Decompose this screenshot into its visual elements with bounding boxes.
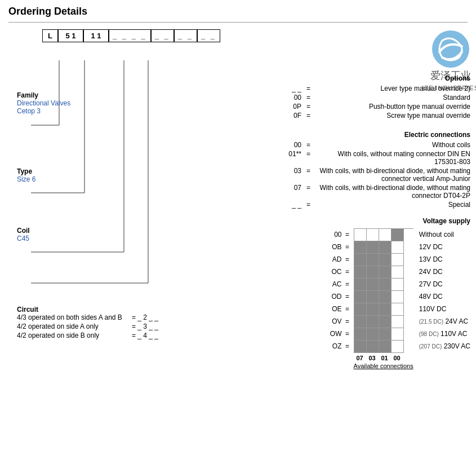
volt-eq-3: = [344,268,351,276]
volt-note-8: (98 DC) [419,331,439,337]
available-connections-label: Available connections [354,363,413,369]
elec-row-4: _ _ = Special [262,201,470,209]
volt-desc-7-val: 24V AC [445,317,468,325]
circuit-row-0: 4/3 operated on both sides A and B = _ 2… [17,313,161,321]
grid-cell-r1-c2 [379,241,392,254]
volt-code-8: OW [324,330,344,338]
volt-desc-1: 12V DC [416,241,470,253]
elec-eq-4: = [304,201,313,209]
volt-row-7: OV = [324,315,351,328]
voltage-section: Voltage supply 00 = OB = AD = [262,217,470,369]
col-label-2: 01 [379,355,391,361]
volt-note-7: (21.5 DC) [419,319,443,325]
grid-cell-r4-c3 [392,279,404,291]
volt-desc-4: 27V DC [416,278,470,290]
grid-cell-r8-c1 [367,328,379,341]
opt-eq-1: = [304,94,313,101]
circuit-desc-1: 4/2 operated on side A only [17,323,130,330]
grid-cell-r3-c0 [354,266,367,279]
volt-code-9: OZ [324,342,344,350]
grid-cell-r2-c3 [392,254,404,266]
volt-eq-7: = [344,317,351,325]
volt-row-3: OC = [324,266,351,278]
grid-cell-r5-c2 [379,291,392,303]
elec-eq-3: = [304,184,313,192]
elec-code-2: 03 [276,167,304,175]
elec-eq-0: = [304,141,313,149]
opt-desc-1: Standard [313,94,470,101]
circuit-eq-0: = _ 2 _ _ [130,313,161,321]
coil-section: Coil C45 [17,227,30,242]
grid-cell-r5-c1 [367,291,379,303]
opt-code-3: 0F [276,112,304,120]
coil-value: C45 [17,235,30,242]
elec-desc-3: With coils, with bi-directional diode, w… [313,184,470,200]
option-row-1: 00 = Standard [262,94,470,101]
volt-code-0: 00 [324,231,344,238]
family-value2: Cetop 3 [17,107,70,115]
type-value: Size 6 [17,175,35,183]
volt-eq-4: = [344,280,351,288]
code-d3: _ _ [174,29,197,42]
volt-desc-9: (207 DC) 230V AC [416,340,470,352]
code-11: 1 1 [83,29,109,42]
volt-desc-9-val: 230V AC [444,342,470,350]
opt-code-0: _ _ [276,85,304,92]
volt-desc-3: 24V DC [416,266,470,278]
opt-code-2: 0P [276,103,304,111]
code-d1: _ _ _ _ [109,29,151,42]
grid-cell-r5-c0 [354,291,367,303]
voltage-desc-col: Without coil 12V DC 13V DC 24V DC 27V DC… [416,228,470,352]
grid-cell-r4-c2 [379,279,392,291]
circuit-section: Circuit 4/3 operated on both sides A and… [17,306,161,341]
volt-code-3: OC [324,268,344,276]
grid-cell-r1-c3 [392,241,404,254]
grid-cell-r1-c1 [367,241,379,254]
elec-row-1: 01** = With coils, without mating connec… [262,150,470,166]
grid-cell-r8-c0 [354,328,367,341]
volt-eq-2: = [344,255,351,263]
grid-cell-r0-c2 [379,229,392,241]
grid-cell-r7-c3 [392,316,404,328]
col-label-3: 00 [391,355,403,361]
grid-cell-r3-c2 [379,266,392,279]
code-d2: _ _ [151,29,174,42]
volt-desc-7: (21.5 DC) 24V AC [416,315,470,328]
grid-cell-r9-c0 [354,341,367,353]
circuit-row-2: 4/2 operated on side B only = _ 4 _ _ [17,332,161,339]
grid-cell-r3-c3 [392,266,404,279]
code-d4: _ _ [197,29,220,42]
volt-code-4: AC [324,280,344,288]
volt-row-8: OW = [324,328,351,340]
volt-eq-5: = [344,293,351,301]
voltage-table: 00 = OB = AD = OC = [262,228,470,369]
circuit-row-1: 4/2 operated on side A only = _ 3 _ _ [17,323,161,330]
circuit-eq-2: = _ 4 _ _ [130,332,161,339]
voltage-code-col: 00 = OB = AD = OC = [324,228,351,352]
opt-desc-0: Lever type manual override 2) [313,85,470,92]
voltage-col-labels: 07 03 01 00 [354,355,413,361]
grid-cell-r6-c3 [392,303,404,316]
grid-cell-r0-c3 [392,229,404,241]
volt-desc-8-val: 110V AC [441,330,467,338]
elec-row-3: 07 = With coils, with bi-directional dio… [262,184,470,200]
grid-cell-r9-c2 [379,341,392,353]
volt-code-1: OB [324,243,344,251]
family-section: Family Directional Valves Cetop 3 [17,91,70,115]
volt-desc-8: (98 DC) 110V AC [416,328,470,340]
elec-desc-0: Without coils [313,141,470,149]
elec-desc-4: Special [313,201,470,209]
grid-cell-r7-c0 [354,316,367,328]
volt-eq-9: = [344,342,351,350]
options-section: Options _ _ = Lever type manual override… [262,74,470,120]
family-value1: Directional Valves [17,99,70,107]
elec-code-0: 00 [276,141,304,149]
code-diagram: L 5 1 1 1 _ _ _ _ _ _ _ _ _ _ [42,29,476,42]
volt-eq-0: = [344,231,351,238]
volt-code-7: OV [324,317,344,325]
volt-eq-8: = [344,330,351,338]
grid-cell-r9-c1 [367,341,379,353]
option-row-3: 0F = Screw type manual override [262,112,470,120]
opt-eq-2: = [304,103,313,111]
svg-point-0 [432,30,469,68]
